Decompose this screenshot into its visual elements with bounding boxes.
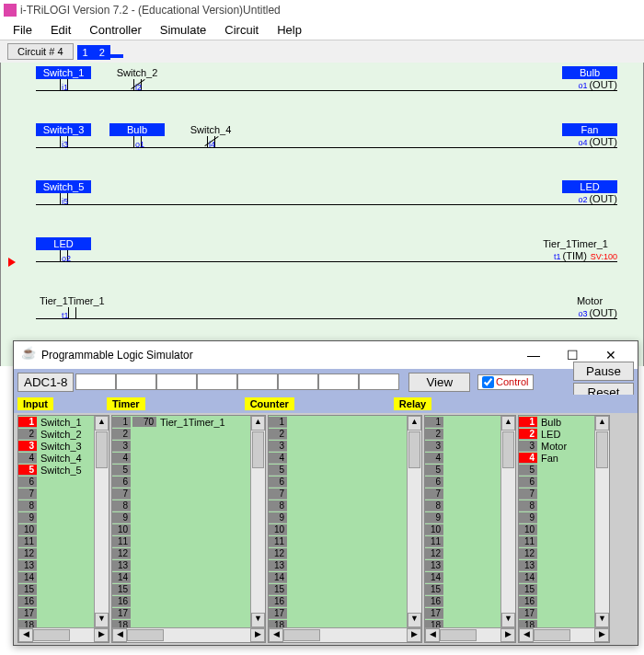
list-item[interactable]: 12 bbox=[269, 547, 407, 559]
menu-help[interactable]: Help bbox=[268, 21, 311, 39]
list-item[interactable]: 4 bbox=[112, 452, 250, 464]
adc-field-8[interactable] bbox=[359, 373, 399, 390]
contact-switch_5[interactable]: Switch_5i5 bbox=[36, 180, 91, 204]
list-item[interactable]: 14 bbox=[425, 571, 500, 583]
rung-2[interactable]: Switch_3i3Bulbo1Switch_4i4Fano4(OUT) bbox=[8, 120, 636, 177]
adc-field-7[interactable] bbox=[318, 373, 359, 390]
list-item[interactable]: 6 bbox=[425, 476, 500, 488]
list-item[interactable]: 10 bbox=[112, 523, 250, 535]
list-item[interactable]: 6 bbox=[18, 476, 94, 488]
list-item[interactable]: 7 bbox=[18, 488, 94, 500]
adc-field-5[interactable] bbox=[237, 373, 278, 390]
list-item[interactable]: 3Switch_3 bbox=[18, 440, 94, 452]
list-item[interactable]: 16 bbox=[519, 595, 594, 607]
list-item[interactable]: 7 bbox=[112, 488, 250, 500]
list-item[interactable]: 11 bbox=[18, 535, 94, 547]
scrollbar-vertical[interactable]: ▲▼ bbox=[594, 416, 609, 627]
list-item[interactable]: 2 bbox=[425, 428, 500, 440]
list-item[interactable]: 1 bbox=[269, 416, 407, 428]
rung-5[interactable]: Tier_1Timer_1t1Motoro3(OUT) bbox=[8, 291, 636, 348]
list-item[interactable]: 15 bbox=[425, 583, 500, 595]
list-item[interactable]: 7 bbox=[269, 488, 407, 500]
list-item[interactable]: 17 bbox=[519, 607, 594, 619]
list-item[interactable]: 17 bbox=[18, 607, 94, 619]
list-item[interactable]: 8 bbox=[18, 500, 94, 511]
list-item[interactable]: 11 bbox=[269, 535, 407, 547]
list-item[interactable]: 7 bbox=[519, 488, 594, 500]
list-item[interactable]: 11 bbox=[112, 535, 250, 547]
contact-switch_1[interactable]: Switch_1i1 bbox=[36, 66, 91, 90]
list-item[interactable]: 6 bbox=[519, 476, 594, 488]
coil-bulb[interactable]: Bulbo1(OUT) bbox=[562, 66, 617, 90]
list-item[interactable]: 1Switch_1 bbox=[18, 416, 94, 428]
adc-field-1[interactable] bbox=[75, 373, 116, 390]
scrollbar-vertical[interactable]: ▲▼ bbox=[94, 416, 109, 627]
list-item[interactable]: 12 bbox=[425, 547, 500, 559]
contact-tier_1timer_1[interactable]: Tier_1Timer_1t1 bbox=[36, 294, 109, 318]
view-button[interactable]: View bbox=[408, 373, 470, 392]
list-item[interactable]: 1Bulb bbox=[519, 416, 594, 428]
list-item[interactable]: 5 bbox=[269, 464, 407, 476]
list-item[interactable]: 6 bbox=[112, 476, 250, 488]
list-item[interactable]: 3Motor bbox=[519, 440, 594, 452]
list-item[interactable]: 17 bbox=[112, 607, 250, 619]
list-item[interactable]: 3 bbox=[269, 440, 407, 452]
list-item[interactable]: 14 bbox=[18, 571, 94, 583]
list-item[interactable]: 10 bbox=[425, 523, 500, 535]
list-item[interactable]: 17 bbox=[425, 607, 500, 619]
list-item[interactable]: 13 bbox=[269, 559, 407, 571]
sim-list[interactable]: 1Switch_12Switch_23Switch_34Switch_45Swi… bbox=[18, 416, 94, 627]
list-item[interactable]: 9 bbox=[425, 511, 500, 523]
list-item[interactable]: 5Switch_5 bbox=[18, 464, 94, 476]
circuit-tab-3[interactable] bbox=[110, 54, 123, 58]
list-item[interactable]: 4Fan bbox=[519, 452, 594, 464]
list-item[interactable]: 16 bbox=[18, 595, 94, 607]
adc-field-4[interactable] bbox=[197, 373, 237, 390]
list-item[interactable]: 170Tier_1Timer_1 bbox=[112, 416, 250, 428]
list-item[interactable]: 14 bbox=[269, 571, 407, 583]
list-item[interactable]: 15 bbox=[112, 583, 250, 595]
list-item[interactable]: 12 bbox=[519, 547, 594, 559]
scrollbar-vertical[interactable]: ▲▼ bbox=[407, 416, 421, 627]
sim-list[interactable]: 170Tier_1Timer_1234567891011121314151617… bbox=[112, 416, 250, 627]
list-item[interactable]: 18 bbox=[269, 619, 407, 627]
circuit-number-button[interactable]: Circuit # 4 bbox=[7, 43, 74, 60]
list-item[interactable]: 18 bbox=[112, 619, 250, 627]
menu-edit[interactable]: Edit bbox=[41, 21, 80, 39]
list-item[interactable]: 15 bbox=[18, 583, 94, 595]
list-item[interactable]: 2LED bbox=[519, 428, 594, 440]
scrollbar-vertical[interactable]: ▲▼ bbox=[250, 416, 265, 627]
list-item[interactable]: 12 bbox=[18, 547, 94, 559]
pause-button[interactable]: Pause bbox=[573, 362, 634, 381]
adc-button[interactable]: ADC1-8 bbox=[17, 373, 74, 392]
rung-3[interactable]: Switch_5i5LEDo2(OUT) bbox=[8, 177, 636, 234]
scrollbar-horizontal[interactable]: ◀▶ bbox=[269, 627, 421, 642]
coil-tier_1timer_1[interactable]: Tier_1Timer_1t1(TIM)SV:100 bbox=[534, 237, 617, 261]
list-item[interactable]: 9 bbox=[112, 511, 250, 523]
list-item[interactable]: 18 bbox=[425, 619, 500, 627]
sim-list[interactable]: 1Bulb2LED3Motor4Fan567891011121314151617… bbox=[519, 416, 594, 627]
list-item[interactable]: 5 bbox=[425, 464, 500, 476]
list-item[interactable]: 13 bbox=[18, 559, 94, 571]
list-item[interactable]: 10 bbox=[269, 523, 407, 535]
list-item[interactable]: 6 bbox=[269, 476, 407, 488]
scrollbar-horizontal[interactable]: ◀▶ bbox=[519, 627, 609, 642]
list-item[interactable]: 13 bbox=[112, 559, 250, 571]
list-item[interactable]: 18 bbox=[18, 619, 94, 627]
list-item[interactable]: 16 bbox=[269, 595, 407, 607]
adc-field-3[interactable] bbox=[156, 373, 197, 390]
list-item[interactable]: 4 bbox=[425, 452, 500, 464]
contact-switch_4[interactable]: Switch_4i4 bbox=[183, 123, 238, 147]
control-checkbox[interactable] bbox=[482, 376, 494, 388]
list-item[interactable]: 2 bbox=[269, 428, 407, 440]
list-item[interactable]: 16 bbox=[425, 595, 500, 607]
list-item[interactable]: 2Switch_2 bbox=[18, 428, 94, 440]
list-item[interactable]: 11 bbox=[425, 535, 500, 547]
menu-simulate[interactable]: Simulate bbox=[151, 21, 216, 39]
scrollbar-vertical[interactable]: ▲▼ bbox=[500, 416, 515, 627]
list-item[interactable]: 3 bbox=[425, 440, 500, 452]
list-item[interactable]: 9 bbox=[269, 511, 407, 523]
list-item[interactable]: 8 bbox=[269, 500, 407, 511]
list-item[interactable]: 10 bbox=[18, 523, 94, 535]
list-item[interactable]: 8 bbox=[112, 500, 250, 511]
